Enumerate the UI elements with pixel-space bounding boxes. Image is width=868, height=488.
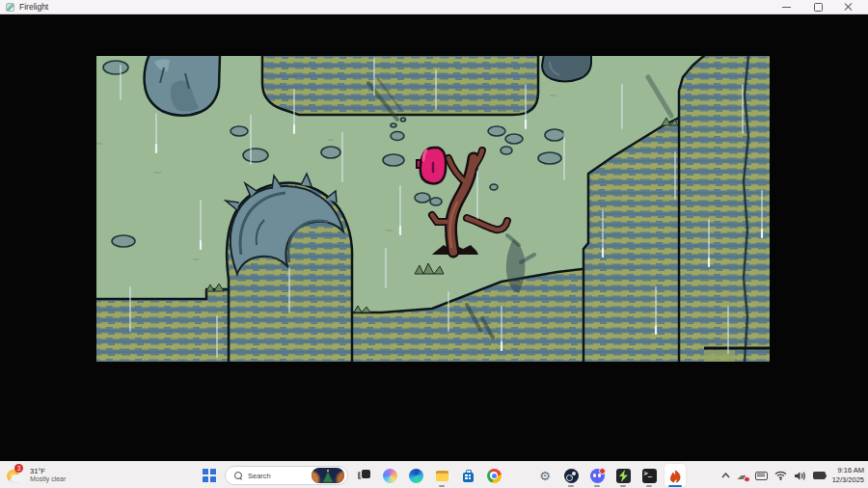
copilot-icon: [383, 469, 397, 483]
firelight-button[interactable]: [665, 464, 686, 487]
store-icon: [461, 469, 475, 483]
windows-start-icon: [203, 469, 216, 482]
clock-date: 12/3/2025: [832, 475, 864, 485]
clock-time: 9:16 AM: [837, 466, 864, 475]
weather-temperature: 31°F: [30, 468, 66, 476]
copilot-button[interactable]: [379, 464, 400, 487]
window-content: [0, 14, 868, 461]
volume-icon[interactable]: [794, 471, 806, 481]
minimize-button-icon[interactable]: [780, 2, 793, 13]
search-input[interactable]: Search: [225, 466, 348, 485]
flame-icon: [668, 469, 683, 483]
window-app-icon: [6, 3, 14, 12]
maximize-button-icon[interactable]: [811, 2, 824, 13]
dark-rock: [542, 56, 591, 82]
window-controls: [780, 2, 862, 13]
task-view-icon: [357, 469, 371, 483]
chrome-button[interactable]: [483, 464, 504, 487]
cloud-sync-error-icon[interactable]: ☁: [737, 470, 748, 481]
taskbar-clock[interactable]: 9:16 AM 12/3/2025: [832, 466, 864, 485]
boulder-rock: [145, 56, 220, 116]
game-canvas[interactable]: [96, 56, 770, 362]
store-button[interactable]: [457, 464, 478, 487]
search-placeholder: Search: [248, 472, 307, 480]
window-titlebar: Firelight: [0, 0, 868, 14]
task-view-button[interactable]: [353, 464, 374, 487]
lightning-app-button[interactable]: [612, 464, 634, 487]
holiday-tree-thumbnail[interactable]: [312, 468, 344, 483]
chrome-icon: [487, 469, 502, 483]
file-explorer-icon: [435, 469, 449, 483]
file-explorer-button[interactable]: [431, 464, 452, 487]
desktop-screen: Firelight: [0, 0, 868, 488]
edge-icon: [409, 469, 423, 483]
system-tray: ☁ 9:16 AM 12/3/2025: [721, 462, 864, 488]
terminal-icon: >_: [642, 469, 657, 483]
discord-icon: [590, 469, 605, 483]
lightning-icon: [616, 469, 631, 483]
steam-icon: [564, 469, 579, 483]
battery-icon[interactable]: [813, 472, 826, 479]
hidden-icons-chevron[interactable]: [721, 473, 730, 478]
notification-badge: 3: [14, 464, 23, 473]
discord-badge: [599, 468, 606, 474]
discord-button[interactable]: [586, 464, 608, 487]
terminal-button[interactable]: >_: [638, 464, 660, 487]
weather-condition: Mostly clear: [30, 475, 66, 483]
close-button-icon[interactable]: [842, 2, 854, 13]
edge-button[interactable]: [405, 464, 426, 487]
gear-icon: ⚙: [538, 469, 553, 483]
search-icon: [234, 472, 243, 480]
taskbar-center: Search ⚙: [199, 462, 686, 488]
touch-keyboard-icon[interactable]: [755, 472, 768, 480]
steam-button[interactable]: [560, 464, 582, 487]
wifi-icon[interactable]: [774, 471, 787, 480]
settings-button[interactable]: ⚙: [534, 464, 556, 487]
taskbar: 3 31°F Mostly clear Search: [0, 461, 868, 488]
game-scene: [96, 56, 770, 362]
start-button[interactable]: [199, 464, 220, 487]
weather-widget[interactable]: 3 31°F Mostly clear: [6, 462, 66, 488]
sun-behind-cloud-icon: 3: [6, 466, 25, 485]
window-title: Firelight: [19, 2, 48, 12]
